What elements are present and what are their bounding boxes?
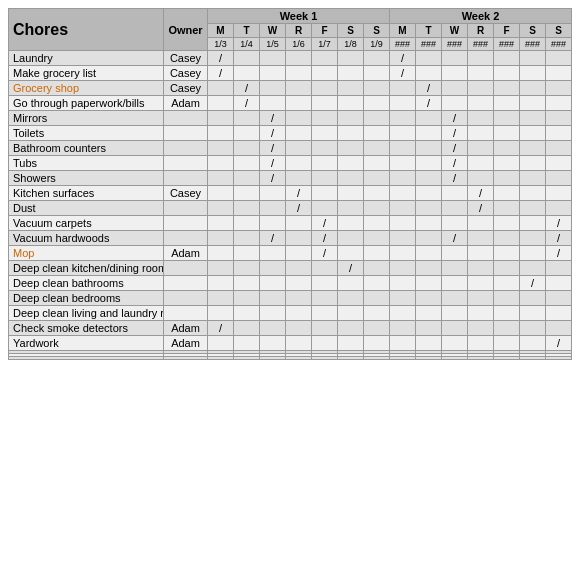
- day-cell: [338, 201, 364, 216]
- day-cell: [260, 357, 286, 360]
- day-cell: [234, 261, 260, 276]
- day-cell: [208, 126, 234, 141]
- day-cell: [338, 246, 364, 261]
- day-cell: [442, 51, 468, 66]
- day-cell: [494, 171, 520, 186]
- chore-name: [9, 357, 164, 360]
- day-cell: [494, 216, 520, 231]
- day-cell: [286, 216, 312, 231]
- day-cell: [468, 66, 494, 81]
- day-cell: [234, 156, 260, 171]
- day-cell: [338, 357, 364, 360]
- day-cell: [520, 357, 546, 360]
- day-cell: [546, 126, 572, 141]
- day-cell: /: [338, 261, 364, 276]
- day-cell: [442, 216, 468, 231]
- date-w2-7: ###: [546, 38, 572, 51]
- day-cell: [546, 261, 572, 276]
- day-cell: [364, 231, 390, 246]
- owner-name: Adam: [164, 321, 208, 336]
- owner-name: Casey: [164, 66, 208, 81]
- owner-name: [164, 141, 208, 156]
- day-cell: [520, 141, 546, 156]
- day-cell: [520, 261, 546, 276]
- date-w1-1: 1/3: [208, 38, 234, 51]
- owner-name: [164, 126, 208, 141]
- day-cell: [520, 306, 546, 321]
- day-cell: [234, 186, 260, 201]
- day-cell: [234, 126, 260, 141]
- table-row: Mirrors//: [9, 111, 572, 126]
- day-cell: [494, 96, 520, 111]
- day-cell: [546, 66, 572, 81]
- day-cell: [390, 261, 416, 276]
- day-cell: [416, 231, 442, 246]
- day-cell: [286, 246, 312, 261]
- day-cell: [468, 96, 494, 111]
- owner-name: [164, 156, 208, 171]
- day-cell: [286, 357, 312, 360]
- day-cell: [520, 291, 546, 306]
- day-cell: [208, 171, 234, 186]
- day-cell: [546, 306, 572, 321]
- day-cell: [416, 336, 442, 351]
- day-cell: [520, 321, 546, 336]
- owner-name: [164, 357, 208, 360]
- day-cell: [208, 261, 234, 276]
- day-cell: [364, 201, 390, 216]
- day-cell: [364, 96, 390, 111]
- chore-name: Deep clean bedrooms: [9, 291, 164, 306]
- day-cell: [442, 201, 468, 216]
- chore-name: Vacuum hardwoods: [9, 231, 164, 246]
- day-cell: /: [442, 171, 468, 186]
- day-cell: [442, 306, 468, 321]
- day-cell: [312, 276, 338, 291]
- day-cell: /: [234, 81, 260, 96]
- date-w2-1: ###: [390, 38, 416, 51]
- day-cell: [234, 306, 260, 321]
- day-cell: [338, 216, 364, 231]
- table-row: Grocery shopCasey//: [9, 81, 572, 96]
- day-cell: /: [260, 111, 286, 126]
- day-cell: /: [416, 81, 442, 96]
- day-cell: /: [442, 231, 468, 246]
- day-cell: [468, 81, 494, 96]
- day-cell: [520, 51, 546, 66]
- table-row: LaundryCasey//: [9, 51, 572, 66]
- day-cell: [364, 336, 390, 351]
- day-cell: [390, 111, 416, 126]
- day-cell: [364, 171, 390, 186]
- day-cell: [208, 141, 234, 156]
- day-cell: [520, 171, 546, 186]
- day-cell: [468, 171, 494, 186]
- day-cell: [286, 51, 312, 66]
- day-cell: [546, 141, 572, 156]
- chore-name: Check smoke detectors: [9, 321, 164, 336]
- day-cell: [338, 141, 364, 156]
- day-cell: [234, 51, 260, 66]
- day-cell: [338, 186, 364, 201]
- day-cell: [468, 261, 494, 276]
- day-cell: [208, 231, 234, 246]
- day-cell: [442, 246, 468, 261]
- day-cell: [364, 291, 390, 306]
- date-w1-3: 1/5: [260, 38, 286, 51]
- day-cell: [442, 81, 468, 96]
- day-cell: /: [260, 156, 286, 171]
- chore-name: Mirrors: [9, 111, 164, 126]
- day-cell: [234, 291, 260, 306]
- day-cell: [390, 321, 416, 336]
- day-cell: [494, 276, 520, 291]
- day-cell: [260, 306, 286, 321]
- chore-name: Deep clean kitchen/dining room: [9, 261, 164, 276]
- day-cell: [390, 186, 416, 201]
- day-cell: [546, 51, 572, 66]
- day-cell: [520, 186, 546, 201]
- day-cell: [234, 246, 260, 261]
- day-cell: [338, 306, 364, 321]
- day-cell: [312, 291, 338, 306]
- day-cell: /: [442, 111, 468, 126]
- day-cell: [390, 141, 416, 156]
- day-cell: [260, 276, 286, 291]
- day-cell: [390, 357, 416, 360]
